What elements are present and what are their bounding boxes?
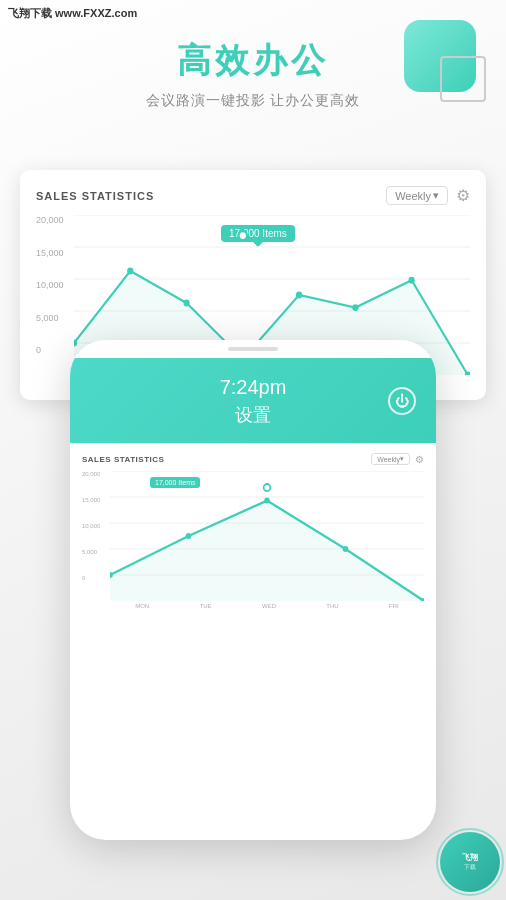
gear-icon-large[interactable]: ⚙: [456, 186, 470, 205]
svg-point-22: [186, 533, 192, 539]
phone-notch: [228, 347, 278, 351]
main-background: 飞翔下载 www.FXXZ.com 高效办公 会议路演一键投影 让办公更高效 S…: [0, 0, 506, 900]
weekly-button-large[interactable]: Weekly ▾: [386, 186, 448, 205]
chart-title-large: SALES STATISTICS: [36, 190, 154, 202]
svg-point-24: [343, 546, 349, 552]
phone-x-labels: MON TUE WED THU FRI: [82, 603, 424, 609]
deco-square: [404, 20, 476, 92]
svg-point-23: [264, 498, 270, 504]
phone-chart-controls: Weekly ▾ ⚙: [371, 453, 424, 465]
sub-title: 会议路演一键投影 让办公更高效: [0, 92, 506, 110]
phone-setting-label: 设置: [235, 403, 271, 427]
phone-mockup: 7:24pm 设置 ⏻ SALES STATISTICS Weekly ▾ ⚙ …: [70, 340, 436, 840]
phone-y-labels: 20,000 15,000 10,000 5,000 0: [82, 471, 100, 581]
watermark-top: 飞翔下载 www.FXXZ.com: [8, 6, 137, 21]
svg-point-14: [239, 231, 247, 240]
deco-shape: [404, 20, 476, 92]
phone-chart-area: 20,000 15,000 10,000 5,000 0 17,000 Item…: [82, 471, 424, 601]
watermark-circle: 飞翔 下载 www.FXXZ.com: [440, 832, 500, 892]
svg-point-12: [409, 277, 415, 284]
line-chart-phone: [110, 471, 424, 601]
phone-chart-svg-container: [110, 471, 424, 601]
phone-weekly-button[interactable]: Weekly ▾: [371, 453, 410, 465]
watermark-top-text: 飞翔下载 www.FXXZ.com: [8, 7, 137, 19]
svg-point-11: [352, 304, 358, 311]
phone-chart-tooltip: 17,000 Items: [150, 477, 200, 488]
chart-header-large: SALES STATISTICS Weekly ▾ ⚙: [36, 186, 470, 205]
svg-point-7: [127, 268, 133, 275]
phone-chart-title: SALES STATISTICS: [82, 455, 164, 464]
phone-gear-icon[interactable]: ⚙: [415, 454, 424, 465]
svg-point-26: [264, 484, 271, 491]
svg-point-8: [183, 300, 189, 307]
phone-power-button[interactable]: ⏻: [388, 387, 416, 415]
phone-time: 7:24pm: [220, 376, 287, 399]
chart-controls-large: Weekly ▾ ⚙: [386, 186, 470, 205]
phone-status-bar: 7:24pm 设置 ⏻: [70, 358, 436, 443]
svg-point-10: [296, 292, 302, 299]
phone-chart-card: SALES STATISTICS Weekly ▾ ⚙ 20,000 15,00…: [70, 443, 436, 619]
y-labels-large: 20,000 15,000 10,000 5,000 0: [36, 215, 64, 355]
phone-top-bar: [70, 340, 436, 358]
watermark-bottom: 飞翔 下载 www.FXXZ.com: [440, 832, 500, 892]
phone-chart-header: SALES STATISTICS Weekly ▾ ⚙: [82, 453, 424, 465]
